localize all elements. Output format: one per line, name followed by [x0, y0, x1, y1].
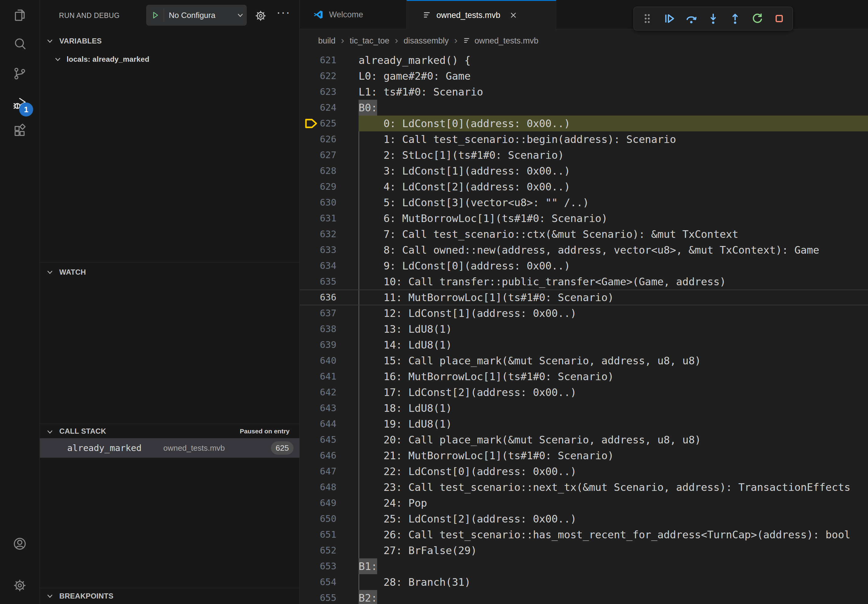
extensions-icon[interactable] [13, 124, 27, 138]
section-watch[interactable]: WATCH [40, 262, 299, 282]
line-number[interactable]: 642 [300, 384, 336, 400]
config-dropdown-label[interactable]: No Configura [164, 11, 234, 20]
code-line[interactable]: 626 1: Call test_scenario::begin(address… [300, 132, 868, 147]
line-number[interactable]: 626 [300, 132, 336, 147]
line-number[interactable]: 637 [300, 305, 336, 321]
line-number[interactable]: 632 [300, 226, 336, 242]
account-icon[interactable] [13, 537, 27, 551]
continue-button[interactable] [662, 12, 676, 25]
code-line[interactable]: 622L0: game#2#0: Game [300, 68, 868, 84]
code-line[interactable]: 643 18: LdU8(1) [300, 400, 868, 416]
code-line[interactable]: 651 26: Call test_scenario::has_most_rec… [300, 527, 868, 542]
chevron-down-icon[interactable] [46, 428, 54, 436]
code-line[interactable]: 621already_marked() { [300, 52, 868, 68]
stop-button[interactable] [772, 12, 786, 25]
section-variables[interactable]: VARIABLES [40, 32, 299, 50]
line-number[interactable]: 641 [300, 369, 336, 384]
code-line[interactable]: 655B2: [300, 590, 868, 604]
code-line[interactable]: 648 23: Call test_scenario::next_tx(&mut… [300, 479, 868, 495]
line-number[interactable]: 647 [300, 463, 336, 479]
code-line[interactable]: 632 7: Call test_scenario::ctx(&mut Scen… [300, 226, 868, 242]
restart-button[interactable] [750, 12, 764, 25]
launch-config-dropdown[interactable]: No Configura [146, 5, 246, 26]
line-number[interactable]: 645 [300, 432, 336, 448]
code-line[interactable]: 645 20: Call place_mark(&mut Scenario, a… [300, 432, 868, 448]
line-number[interactable]: 624 [300, 100, 336, 116]
step-into-button[interactable] [707, 12, 720, 25]
tab-label[interactable]: owned_tests.mvb [436, 11, 500, 20]
search-icon[interactable] [13, 37, 27, 51]
line-number[interactable]: 631 [300, 211, 336, 226]
code-line[interactable]: 650 25: LdConst[2](address: 0x00..) [300, 511, 868, 527]
code-line[interactable]: 629 4: LdConst[2](address: 0x00..) [300, 179, 868, 195]
line-number[interactable]: 650 [300, 511, 336, 527]
code-line[interactable]: 647 22: LdConst[0](address: 0x00..) [300, 463, 868, 479]
code-line[interactable]: 653B1: [300, 558, 868, 574]
line-number[interactable]: 648 [300, 479, 336, 495]
line-number[interactable]: 634 [300, 258, 336, 274]
line-number[interactable]: 654 [300, 574, 336, 590]
code-line[interactable]: 636 11: MutBorrowLoc[1](ts#1#0: Scenario… [300, 290, 868, 305]
line-number[interactable]: 623 [300, 84, 336, 100]
line-number[interactable]: 655 [300, 590, 336, 604]
code-line[interactable]: 641 16: MutBorrowLoc[1](ts#1#0: Scenario… [300, 369, 868, 384]
code-line[interactable]: 654 28: Branch(31) [300, 574, 868, 590]
line-number[interactable]: 653 [300, 558, 336, 574]
code-line[interactable]: 628 3: LdConst[1](address: 0x00..) [300, 163, 868, 179]
code-line[interactable]: 631 6: MutBorrowLoc[1](ts#1#0: Scenario) [300, 211, 868, 226]
more-actions-icon[interactable]: ··· [276, 5, 291, 19]
variables-scope-row[interactable]: locals: already_marked [40, 50, 299, 68]
code-line[interactable]: 627 2: StLoc[1](ts#1#0: Scenario) [300, 147, 868, 163]
code-line[interactable]: 630 5: LdConst[3](vector<u8>: "" /..) [300, 195, 868, 211]
line-number[interactable]: 622 [300, 68, 336, 84]
chevron-down-icon[interactable] [46, 268, 54, 276]
source-control-icon[interactable] [13, 67, 27, 81]
code-line[interactable]: 649 24: Pop [300, 495, 868, 511]
tab-welcome[interactable]: Welcome [300, 0, 407, 29]
line-number[interactable]: 636 [300, 290, 336, 305]
step-out-button[interactable] [728, 12, 742, 25]
code-line[interactable]: 638 13: LdU8(1) [300, 321, 868, 337]
code-line[interactable]: 637 12: LdConst[1](address: 0x00..) [300, 305, 868, 321]
code-line[interactable]: 639 14: LdU8(1) [300, 337, 868, 353]
line-number[interactable]: 644 [300, 416, 336, 432]
line-number[interactable]: 640 [300, 353, 336, 369]
close-icon[interactable] [509, 11, 518, 20]
line-number[interactable]: 639 [300, 337, 336, 353]
breadcrumb-item[interactable]: build [318, 36, 335, 46]
start-debug-icon[interactable] [147, 11, 164, 20]
code-line[interactable]: 640 15: Call place_mark(&mut Scenario, a… [300, 353, 868, 369]
breadcrumb-item[interactable]: tic_tac_toe [350, 36, 390, 46]
section-breakpoints[interactable]: BREAKPOINTS [40, 588, 299, 604]
line-number[interactable]: 638 [300, 321, 336, 337]
line-number[interactable]: 651 [300, 527, 336, 542]
code-line[interactable]: 635 10: Call transfer::public_transfer<G… [300, 274, 868, 290]
code-line[interactable]: 633 8: Call owned::new(address, address,… [300, 242, 868, 258]
line-number[interactable]: 643 [300, 400, 336, 416]
code-line[interactable]: 644 19: LdU8(1) [300, 416, 868, 432]
code-line[interactable]: 625 0: LdConst[0](address: 0x00..) [300, 116, 868, 132]
line-number[interactable]: 630 [300, 195, 336, 211]
breadcrumb-item[interactable]: owned_tests.mvb [474, 36, 538, 46]
tab-owned-tests[interactable]: owned_tests.mvb [407, 0, 556, 29]
line-number[interactable]: 649 [300, 495, 336, 511]
chevron-down-icon[interactable] [46, 592, 54, 600]
chevron-down-icon[interactable] [234, 11, 246, 19]
code-line[interactable]: 646 21: MutBorrowLoc[1](ts#1#0: Scenario… [300, 448, 868, 463]
line-number[interactable]: 633 [300, 242, 336, 258]
settings-gear-icon[interactable] [13, 578, 27, 592]
files-icon[interactable] [13, 8, 27, 22]
line-number[interactable]: 629 [300, 179, 336, 195]
call-stack-frame-row[interactable]: already_marked owned_tests.mvb 625 [40, 438, 299, 458]
section-call-stack[interactable]: CALL STACK Paused on entry [40, 424, 299, 438]
line-number[interactable]: 652 [300, 542, 336, 558]
code-editor[interactable]: 621already_marked() {622L0: game#2#0: Ga… [300, 52, 868, 604]
code-line[interactable]: 634 9: LdConst[0](address: 0x00..) [300, 258, 868, 274]
chevron-down-icon[interactable] [54, 55, 62, 63]
code-line[interactable]: 642 17: LdConst[2](address: 0x00..) [300, 384, 868, 400]
breadcrumb-item[interactable]: disassembly [404, 36, 449, 46]
line-number[interactable]: 627 [300, 147, 336, 163]
drag-grip-icon[interactable] [640, 12, 654, 25]
tab-label[interactable]: Welcome [329, 10, 363, 19]
chevron-down-icon[interactable] [46, 37, 54, 45]
